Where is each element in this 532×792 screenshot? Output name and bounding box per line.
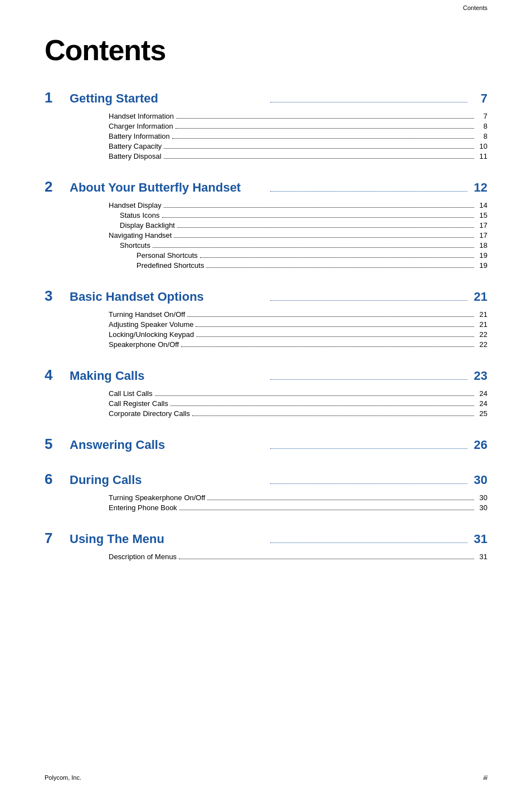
chapter-title-7: Using The Menu bbox=[70, 532, 267, 546]
chapter-dots-3 bbox=[270, 300, 467, 301]
entry-label: Status Icons bbox=[120, 211, 160, 219]
entry-page: 31 bbox=[476, 553, 487, 561]
entry-label: Call List Calls bbox=[109, 389, 153, 398]
entry-page: 17 bbox=[476, 221, 487, 229]
entry-dots bbox=[164, 207, 474, 208]
entry-page: 30 bbox=[476, 503, 487, 512]
chapter-section-7: 7Using The Menu31Description of Menus31 bbox=[45, 530, 487, 561]
entry-page: 11 bbox=[476, 152, 487, 160]
chapter-dots-2 bbox=[270, 191, 467, 192]
entry-page: 14 bbox=[476, 201, 487, 209]
chapter-section-4: 4Making Calls23Call List Calls24Call Reg… bbox=[45, 366, 487, 418]
entry-dots bbox=[181, 346, 474, 347]
chapter-entries-6: Turning Speakerphone On/Off30Entering Ph… bbox=[109, 493, 487, 512]
list-item: Shortcuts18 bbox=[120, 241, 487, 250]
chapter-title-6: During Calls bbox=[70, 473, 267, 487]
entry-page: 24 bbox=[476, 399, 487, 408]
chapter-entries-4: Call List Calls24Call Register Calls24Co… bbox=[109, 389, 487, 418]
chapter-number-1: 1 bbox=[45, 89, 70, 106]
entry-page: 25 bbox=[476, 409, 487, 418]
chapter-row-6: 6During Calls30 bbox=[45, 471, 487, 488]
chapter-row-3: 3Basic Handset Options21 bbox=[45, 287, 487, 305]
entry-dots bbox=[179, 559, 474, 559]
entry-page: 24 bbox=[476, 389, 487, 398]
list-item: Status Icons15 bbox=[120, 211, 487, 219]
chapter-section-5: 5Answering Calls26 bbox=[45, 436, 487, 453]
list-item: Entering Phone Book30 bbox=[109, 503, 487, 512]
list-item: Charger Information8 bbox=[109, 122, 487, 130]
entry-dots bbox=[172, 138, 474, 139]
entry-page: 8 bbox=[476, 122, 487, 130]
entry-dots bbox=[179, 510, 474, 510]
chapter-section-6: 6During Calls30Turning Speakerphone On/O… bbox=[45, 471, 487, 512]
entry-page: 8 bbox=[476, 132, 487, 140]
entry-dots bbox=[206, 267, 474, 268]
entry-label: Handset Display bbox=[109, 201, 162, 209]
entry-label: Description of Menus bbox=[109, 553, 177, 561]
entry-dots bbox=[170, 405, 474, 406]
chapter-entries-3: Turning Handset On/Off21Adjusting Speake… bbox=[109, 310, 487, 349]
entry-dots bbox=[176, 118, 474, 119]
list-item: Display Backlight17 bbox=[120, 221, 487, 229]
entry-label: Personal Shortcuts bbox=[136, 251, 198, 260]
page-container: Contents 1Getting Started7Handset Inform… bbox=[0, 11, 532, 612]
chapter-number-2: 2 bbox=[45, 178, 70, 195]
entry-dots bbox=[164, 148, 474, 149]
entry-label: Handset Information bbox=[109, 112, 174, 120]
chapter-number-4: 4 bbox=[45, 366, 70, 384]
chapter-entries-2: Handset Display14Status Icons15Display B… bbox=[109, 201, 487, 270]
header-text: Contents bbox=[463, 4, 487, 11]
entry-dots bbox=[162, 217, 474, 218]
entry-dots bbox=[177, 227, 474, 228]
chapter-page-5: 26 bbox=[471, 438, 487, 452]
entry-label: Locking/Unlocking Keypad bbox=[109, 330, 194, 339]
list-item: Predefined Shortcuts19 bbox=[136, 261, 487, 270]
entry-label: Charger Information bbox=[109, 122, 173, 130]
entry-dots bbox=[153, 247, 474, 248]
entry-label: Adjusting Speaker Volume bbox=[109, 320, 193, 329]
entry-page: 21 bbox=[476, 310, 487, 319]
list-item: Battery Information8 bbox=[109, 132, 487, 140]
entry-page: 15 bbox=[476, 211, 487, 219]
entry-label: Turning Handset On/Off bbox=[109, 310, 185, 319]
entry-dots bbox=[175, 128, 474, 129]
chapter-title-3: Basic Handset Options bbox=[70, 290, 267, 304]
toc-container: 1Getting Started7Handset Information7Cha… bbox=[45, 89, 487, 561]
chapter-section-3: 3Basic Handset Options21Turning Handset … bbox=[45, 287, 487, 349]
page-header: Contents bbox=[0, 0, 532, 11]
chapter-title-4: Making Calls bbox=[70, 369, 267, 383]
list-item: Handset Display14 bbox=[109, 201, 487, 209]
entry-label: Entering Phone Book bbox=[109, 503, 177, 512]
chapter-page-4: 23 bbox=[471, 369, 487, 383]
footer-right: iii bbox=[484, 774, 487, 781]
list-item: Adjusting Speaker Volume21 bbox=[109, 320, 487, 329]
entry-page: 21 bbox=[476, 320, 487, 329]
list-item: Turning Speakerphone On/Off30 bbox=[109, 493, 487, 502]
chapter-number-5: 5 bbox=[45, 436, 70, 453]
chapter-page-6: 30 bbox=[471, 473, 487, 487]
chapter-page-2: 12 bbox=[471, 180, 487, 195]
entry-dots bbox=[174, 237, 474, 238]
list-item: Call List Calls24 bbox=[109, 389, 487, 398]
entry-dots bbox=[155, 395, 474, 396]
chapter-number-7: 7 bbox=[45, 530, 70, 547]
entry-dots bbox=[200, 257, 474, 258]
entry-label: Navigating Handset bbox=[109, 231, 172, 239]
entry-page: 22 bbox=[476, 330, 487, 339]
entry-label: Battery Capacity bbox=[109, 142, 162, 150]
footer-left: Polycom, Inc. bbox=[45, 774, 81, 781]
entry-label: Battery Disposal bbox=[109, 152, 162, 160]
entry-page: 10 bbox=[476, 142, 487, 150]
entry-page: 30 bbox=[476, 493, 487, 502]
entry-label: Predefined Shortcuts bbox=[136, 261, 204, 270]
list-item: Turning Handset On/Off21 bbox=[109, 310, 487, 319]
chapter-row-1: 1Getting Started7 bbox=[45, 89, 487, 106]
page-footer: Polycom, Inc. iii bbox=[45, 774, 487, 781]
chapter-dots-4 bbox=[270, 379, 467, 380]
entry-dots bbox=[196, 336, 474, 337]
entry-dots bbox=[207, 500, 474, 500]
chapter-title-5: Answering Calls bbox=[70, 438, 267, 452]
list-item: Handset Information7 bbox=[109, 112, 487, 120]
chapter-section-1: 1Getting Started7Handset Information7Cha… bbox=[45, 89, 487, 160]
entry-page: 19 bbox=[476, 261, 487, 270]
